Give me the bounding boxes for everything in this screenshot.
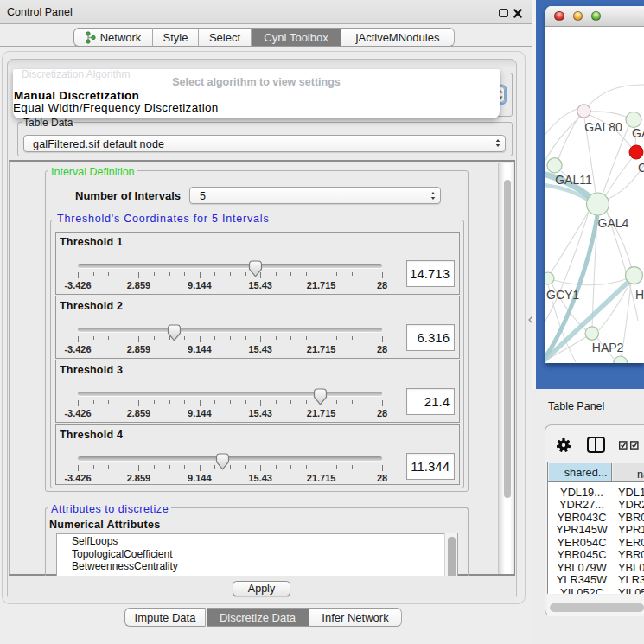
svg-text:HAP2: HAP2 bbox=[592, 341, 624, 354]
svg-text:GAL11: GAL11 bbox=[555, 173, 592, 187]
svg-text:C: C bbox=[638, 161, 644, 175]
svg-text:GAL80: GAL80 bbox=[584, 120, 622, 134]
svg-text:GCY1: GCY1 bbox=[546, 288, 579, 302]
svg-text:GAL: GAL bbox=[632, 126, 644, 140]
svg-text:GAL4: GAL4 bbox=[598, 216, 629, 230]
svg-text:HI: HI bbox=[635, 288, 644, 302]
